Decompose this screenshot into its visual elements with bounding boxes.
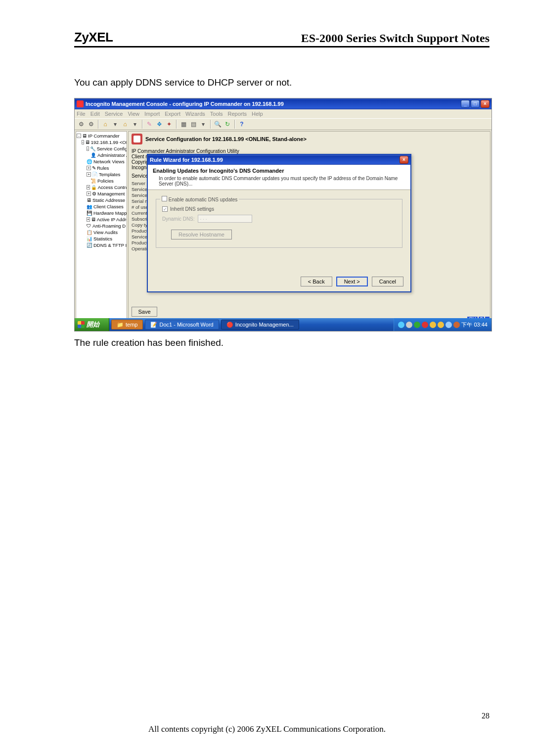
tree-item[interactable]: Templates <box>99 171 120 178</box>
tray-icon[interactable] <box>453 322 460 328</box>
utility-caption: IP Commander Administrator Configuration… <box>132 148 487 154</box>
menu-reports[interactable]: Reports <box>227 111 247 117</box>
tool-icon[interactable]: ⌂ <box>101 120 110 129</box>
inherit-label: Inherit DNS settings <box>170 206 214 212</box>
section-title: Service Configuration for 192.168.1.99 <… <box>145 136 307 142</box>
tray-icon[interactable] <box>414 322 420 328</box>
menu-edit[interactable]: Edit <box>90 111 100 117</box>
inherit-checkbox[interactable]: ✓ <box>162 206 168 212</box>
menu-file[interactable]: File <box>77 111 86 117</box>
service-icon <box>132 134 142 144</box>
tree-item[interactable]: Hardware Mapp <box>93 210 127 216</box>
close-button[interactable]: × <box>481 100 490 108</box>
menu-wizards[interactable]: Wizards <box>185 111 205 117</box>
tree-host[interactable]: 192.168.1.99 <ONL <box>91 139 127 145</box>
menu-export[interactable]: Export <box>165 111 180 117</box>
menu-help[interactable]: Help <box>252 111 263 117</box>
tree-item[interactable]: Policies <box>97 178 114 184</box>
wizard-title-text: Rule Wizard for 192.168.1.99 <box>150 157 400 163</box>
conclusion-paragraph: The rule creation has been finished. <box>74 337 490 348</box>
tree-item[interactable]: View Audits <box>93 229 118 236</box>
dns-input[interactable]: . . . <box>198 215 252 223</box>
rule-wizard-dialog: Rule Wizard for 192.168.1.99 × Enabling … <box>147 154 411 292</box>
brand-logo: ZyXEL <box>74 30 113 45</box>
menu-import[interactable]: Import <box>144 111 160 117</box>
system-tray[interactable]: 下午 03:44 <box>394 318 491 331</box>
menu-tools[interactable]: Tools <box>210 111 223 117</box>
save-button[interactable]: Save <box>132 307 157 317</box>
wizard-heading: Enabling Updates for Incognito's DNS Com… <box>153 168 405 174</box>
tray-icon[interactable] <box>430 322 436 328</box>
tree-item[interactable]: Management <box>97 190 125 197</box>
tree-item[interactable]: Client Classes <box>93 203 124 210</box>
next-button[interactable]: Next > <box>336 277 368 286</box>
minimize-button[interactable]: _ <box>461 100 470 108</box>
menu-view[interactable]: View <box>128 111 139 117</box>
tool-dropdown-icon[interactable]: ▾ <box>131 120 139 129</box>
tree-item[interactable]: Service Configu <box>97 145 127 152</box>
help-icon[interactable]: ? <box>237 120 246 129</box>
start-button[interactable]: 開始 <box>75 318 109 331</box>
tree-item[interactable]: DDNS & TFTP I <box>93 242 127 248</box>
windows-logo-icon <box>78 321 85 328</box>
tray-icon[interactable] <box>398 322 404 328</box>
search-icon[interactable]: 🔍 <box>213 120 222 129</box>
back-button[interactable]: < Back <box>301 277 332 286</box>
tool-icon[interactable]: ▤ <box>189 120 198 129</box>
tree-root[interactable]: IP Commander <box>88 133 120 139</box>
task-item[interactable]: 📁 temp <box>111 320 143 330</box>
tree-item[interactable]: Administrator Ac <box>97 152 127 158</box>
titlebar-text: Incognito Management Console - configuri… <box>86 101 461 107</box>
tool-dropdown-icon[interactable]: ▾ <box>199 120 208 129</box>
tray-icon[interactable] <box>422 322 428 328</box>
resolve-button[interactable]: Resolve Hostname <box>171 230 232 239</box>
tool-icon[interactable]: ✦ <box>165 120 174 129</box>
app-icon: 🔴 <box>226 322 233 328</box>
copyright-footer: All contents copyright (c) 2006 ZyXEL Co… <box>0 724 534 734</box>
tree-item[interactable]: Access Control <box>98 184 127 190</box>
tray-icon[interactable] <box>406 322 412 328</box>
cancel-button[interactable]: Cancel <box>372 277 403 286</box>
tree-item[interactable]: Anti-Roaming D <box>92 223 126 229</box>
wizard-subheading: In order to enable automatic DNS Command… <box>153 174 405 187</box>
app-window: Incognito Management Console - configuri… <box>74 98 492 331</box>
tool-icon[interactable]: ❖ <box>155 120 164 129</box>
titlebar[interactable]: Incognito Management Console - configuri… <box>75 98 491 109</box>
tool-dropdown-icon[interactable]: ▾ <box>111 120 120 129</box>
tool-icon[interactable]: ⚙ <box>87 120 95 129</box>
task-item[interactable]: 🔴 Incognito Managemen... <box>221 320 299 330</box>
tree-item[interactable]: Rules <box>97 165 109 171</box>
windows-taskbar[interactable]: 開始 📁 temp 📝 Doc1 - Microsoft Word 🔴 Inco… <box>75 318 491 331</box>
eraser-icon[interactable]: ✎ <box>145 120 154 129</box>
refresh-icon[interactable]: ↻ <box>223 120 232 129</box>
tree-item[interactable]: Statistics <box>93 236 112 242</box>
menubar[interactable]: File Edit Service View Import Export Wiz… <box>75 109 491 118</box>
page-number: 28 <box>482 711 490 720</box>
tree-item[interactable]: Static Addresse <box>92 197 125 203</box>
task-item[interactable]: 📝 Doc1 - Microsoft Word <box>145 320 219 330</box>
wizard-titlebar[interactable]: Rule Wizard for 192.168.1.99 × <box>148 155 410 165</box>
task-label: Incognito Managemen... <box>235 322 294 328</box>
tool-icon[interactable]: ⌂ <box>121 120 130 129</box>
menu-service[interactable]: Service <box>105 111 123 117</box>
toolbar: ⚙ ⚙ ⌂ ▾ ⌂ ▾ ✎ ❖ ✦ ▦ ▤ ▾ 🔍 ↻ ? <box>75 118 491 130</box>
wizard-close-button[interactable]: × <box>400 156 408 164</box>
tree-item[interactable]: Active IP Addre <box>97 216 127 223</box>
tray-clock[interactable]: 下午 03:44 <box>461 321 488 329</box>
tree-item[interactable]: Network Views <box>93 158 125 165</box>
maximize-button[interactable]: □ <box>471 100 480 108</box>
word-icon: 📝 <box>150 322 157 328</box>
nav-tree[interactable]: -🖥 IP Commander -🖥 192.168.1.99 <ONL -🔧 … <box>76 131 127 320</box>
app-icon <box>77 100 84 107</box>
dns-label: Dynamic DNS: <box>162 216 195 222</box>
task-label: temp <box>126 322 137 328</box>
enable-dns-checkbox[interactable] <box>162 196 167 201</box>
tray-icon[interactable] <box>438 322 444 328</box>
tray-icon[interactable] <box>445 322 452 328</box>
dns-groupbox: Enable automatic DNS updates ✓ Inherit D… <box>156 199 402 248</box>
tool-icon[interactable]: ⚙ <box>77 120 86 129</box>
folder-icon: 📁 <box>117 322 124 328</box>
start-label: 開始 <box>87 320 99 329</box>
task-label: Doc1 - Microsoft Word <box>159 322 213 328</box>
tool-icon[interactable]: ▦ <box>179 120 188 129</box>
